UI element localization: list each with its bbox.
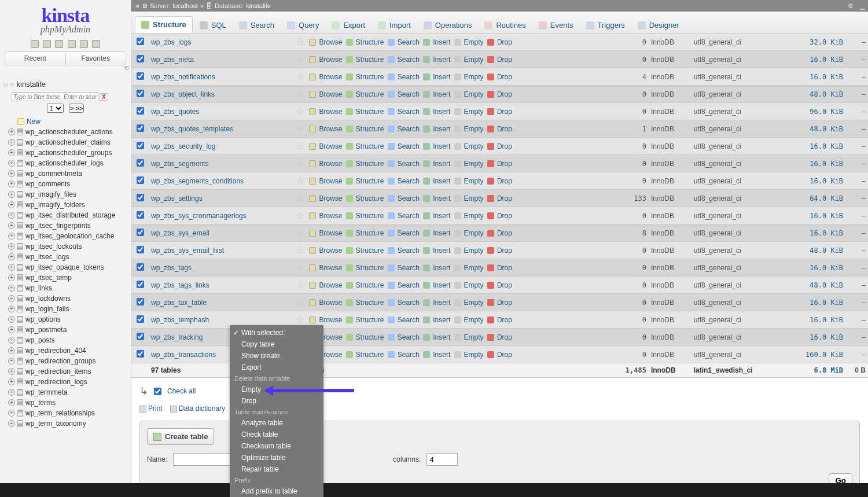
tree-node-label[interactable]: wp_actionscheduler_actions [25,128,113,136]
tab-export[interactable]: Export [326,17,371,33]
structure-link[interactable]: Structure [356,73,384,81]
empty-link[interactable]: Empty [464,264,484,272]
drop-link[interactable]: Drop [497,194,512,203]
expand-icon[interactable]: + [8,222,15,229]
with-selected-dropdown[interactable]: With selected: Copy table Show create Ex… [230,325,323,497]
db-name[interactable]: kinstalife [17,80,46,89]
search-link[interactable]: Search [398,125,420,133]
table-name-link[interactable]: wp_zbs_sys_email [151,229,209,237]
empty-link[interactable]: Empty [464,246,484,255]
empty-link[interactable]: Empty [464,90,484,98]
dd-copy-table[interactable]: Copy table [230,338,323,350]
insert-link[interactable]: Insert [433,194,450,203]
tree-node[interactable]: +wp_imagify_files [1,189,130,200]
structure-link[interactable]: Structure [356,246,384,255]
drop-link[interactable]: Drop [497,246,512,255]
tree-node-label[interactable]: wp_redirection_logs [25,378,87,386]
tree-node-label[interactable]: wp_links [25,284,52,292]
tree-node-label[interactable]: wp_itsec_temp [25,274,72,282]
expand-icon[interactable]: + [8,201,15,208]
star-icon[interactable]: ☆ [294,207,307,224]
structure-link[interactable]: Structure [356,212,384,220]
drop-link[interactable]: Drop [497,264,512,272]
filter-input[interactable] [12,92,98,101]
expand-icon[interactable]: + [8,368,15,375]
star-icon[interactable]: ☆ [294,86,307,103]
tree-node-label[interactable]: wp_itsec_opaque_tokens [25,263,104,271]
table-name-link[interactable]: wp_zbs_tags_links [151,281,209,289]
dd-add-prefix[interactable]: Add prefix to table [230,485,323,497]
browse-link[interactable]: Browse [319,212,342,220]
check-all-checkbox[interactable] [154,388,161,395]
search-link[interactable]: Search [398,264,420,272]
insert-link[interactable]: Insert [433,90,450,98]
drop-link[interactable]: Drop [497,90,512,98]
table-name-link[interactable]: wp_zbs_sys_email_hist [151,246,224,255]
empty-link[interactable]: Empty [464,177,484,185]
tab-favorites[interactable]: Favorites [66,52,126,65]
server-link[interactable]: localhost [172,2,197,9]
tree-node[interactable]: +wp_term_relationships [1,408,130,418]
row-checkbox[interactable] [137,263,144,271]
tree-node[interactable]: +wp_actionscheduler_groups [1,148,130,158]
datadict-link[interactable]: Data dictionary [179,404,225,413]
star-icon[interactable]: ☆ [294,138,307,155]
search-link[interactable]: Search [398,212,420,220]
empty-link[interactable]: Empty [464,351,484,359]
tree-node[interactable]: +wp_comments [1,179,130,189]
row-checkbox[interactable] [137,142,144,149]
tree-node-label[interactable]: wp_posts [25,336,55,344]
table-name-link[interactable]: wp_zbs_tracking [151,333,203,341]
tree-node-label[interactable]: wp_terms [25,399,56,407]
table-name-link[interactable]: wp_zbs_segments_conditions [151,177,244,185]
tree-node[interactable]: +wp_redirection_404 [1,345,130,356]
tree-node[interactable]: +wp_redirection_logs [1,377,130,387]
row-checkbox[interactable] [137,38,144,45]
row-checkbox[interactable] [137,333,144,340]
tree-node-label[interactable]: wp_comments [25,180,70,188]
drop-link[interactable]: Drop [497,38,512,46]
drop-link[interactable]: Drop [497,56,512,64]
star-icon[interactable]: ☆ [294,120,307,138]
search-link[interactable]: Search [398,229,420,237]
tree-node-label[interactable]: wp_imagify_folders [25,201,85,209]
tree-node-label[interactable]: wp_options [25,315,61,323]
browse-link[interactable]: Browse [319,299,342,307]
table-name-link[interactable]: wp_zbs_object_links [151,90,215,98]
table-name-link[interactable]: wp_zbs_tax_table [151,299,207,307]
tree-node-label[interactable]: wp_actionscheduler_logs [25,159,104,167]
tree-node-label[interactable]: wp_postmeta [25,326,67,334]
expand-icon[interactable]: + [8,139,15,146]
table-name-link[interactable]: wp_zbs_logs [151,38,191,46]
browse-link[interactable]: Browse [319,281,342,289]
tree-node[interactable]: +wp_imagify_folders [1,200,130,210]
search-link[interactable]: Search [398,38,420,46]
browse-link[interactable]: Browse [319,246,342,255]
expand-icon[interactable]: + [8,170,15,177]
star-icon[interactable]: ☆ [294,68,307,86]
structure-link[interactable]: Structure [356,351,384,359]
row-checkbox[interactable] [137,298,144,305]
expand-icon[interactable]: + [8,149,15,156]
star-icon[interactable]: ☆ [294,103,307,120]
expand-icon[interactable]: + [8,378,15,385]
recent-favorites-tabs[interactable]: Recent Favorites [5,51,126,65]
browse-link[interactable]: Browse [319,264,342,272]
search-link[interactable]: Search [398,281,420,289]
table-name-link[interactable]: wp_zbs_security_log [151,142,215,150]
db-link[interactable]: kinstalife [246,2,271,9]
dd-optimize[interactable]: Optimize table [230,452,323,463]
check-all-link[interactable]: Check all [167,387,196,395]
help-icon[interactable] [55,40,63,48]
expand-icon[interactable]: + [8,128,15,135]
insert-link[interactable]: Insert [433,264,450,272]
chevron-left-icon[interactable]: ◀ [135,3,139,9]
expand-icon[interactable]: + [8,410,15,417]
home-icon[interactable] [31,40,39,48]
table-name-input[interactable] [173,453,237,466]
empty-link[interactable]: Empty [464,194,484,203]
expand-icon[interactable]: + [8,191,15,198]
table-name-link[interactable]: wp_zbs_quotes [151,108,199,116]
tree-node[interactable]: +wp_redirection_items [1,366,130,377]
browse-link[interactable]: Browse [319,56,342,64]
